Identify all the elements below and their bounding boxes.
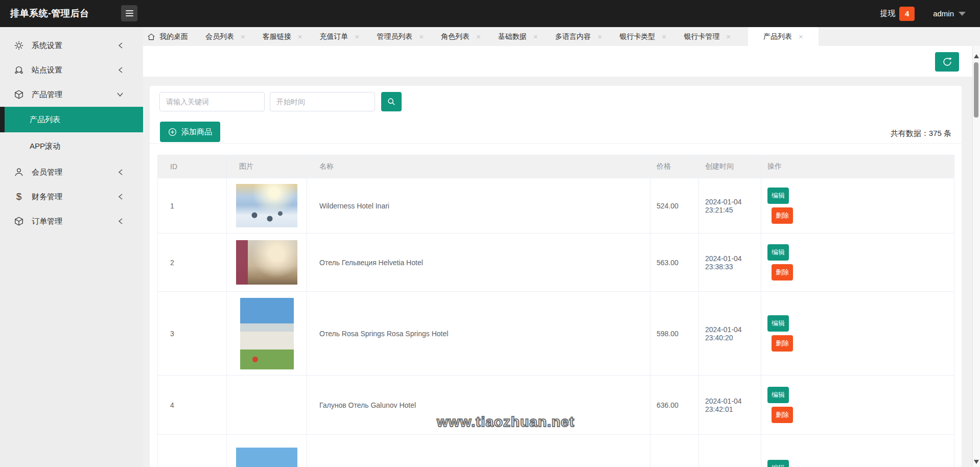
product-image	[236, 383, 297, 427]
tab-admin-list[interactable]: 管理员列表×	[377, 27, 424, 46]
table-row: 4 Галунов Отель Galunov Hotel 636.00 202…	[158, 376, 954, 435]
tab-label: 管理员列表	[377, 32, 412, 41]
hamburger-icon	[126, 10, 133, 11]
site-icon	[13, 64, 25, 76]
dollar-icon: $	[13, 191, 25, 202]
tab-bankcard-management[interactable]: 银行卡管理×	[684, 27, 731, 46]
delete-button[interactable]: 删除	[772, 207, 793, 224]
tab-base-data[interactable]: 基础数据×	[498, 27, 538, 46]
user-menu[interactable]: admin	[933, 9, 954, 18]
delete-button[interactable]: 删除	[772, 407, 793, 423]
table-header-row: ID 图片 名称 价格 创建时间 操作	[158, 155, 954, 178]
cell-price	[650, 435, 699, 467]
withdraw-link[interactable]: 提现	[880, 9, 895, 18]
sidebar-item-label: 产品管理	[32, 90, 62, 100]
start-time-input[interactable]	[270, 92, 375, 111]
tab-product-list-active[interactable]: 产品列表×	[748, 27, 819, 46]
scrollbar-thumb[interactable]	[974, 62, 978, 118]
cell-id: 4	[158, 376, 227, 435]
close-icon[interactable]: ×	[533, 33, 538, 40]
cell-price: 563.00	[650, 233, 699, 292]
app-title: 排单系统-管理后台	[10, 0, 89, 27]
tab-label: 产品列表	[763, 32, 792, 41]
column-header-name: 名称	[307, 155, 650, 178]
chevron-down-icon[interactable]	[959, 12, 966, 16]
plus-circle-icon	[168, 128, 177, 136]
sidebar-item-label: 站点设置	[32, 65, 62, 75]
close-icon[interactable]: ×	[298, 33, 302, 40]
search-button[interactable]	[381, 92, 402, 111]
close-icon[interactable]: ×	[598, 33, 602, 40]
cell-created: 2024-01-04 23:42:01	[699, 376, 761, 435]
sidebar-item-label: 系统设置	[32, 41, 62, 51]
tab-support-link[interactable]: 客服链接×	[263, 27, 302, 46]
column-header-actions: 操作	[761, 155, 954, 178]
sidebar-item-member-management[interactable]: 会员管理	[0, 160, 143, 184]
delete-button[interactable]: 删除	[772, 335, 793, 352]
vertical-scrollbar	[972, 46, 980, 467]
scroll-up-arrow-icon[interactable]	[974, 54, 979, 58]
close-icon[interactable]: ×	[355, 33, 360, 40]
close-icon[interactable]: ×	[799, 33, 803, 40]
edit-button[interactable]: 编辑	[767, 460, 789, 467]
sidebar-item-order-management[interactable]: 订单管理	[0, 209, 143, 233]
chevron-left-icon	[118, 42, 124, 49]
home-icon	[147, 33, 155, 41]
scroll-down-arrow-icon[interactable]	[974, 460, 979, 464]
table-row: 编辑删除	[158, 435, 954, 467]
total-count-text: 共有数据：375 条	[891, 129, 951, 138]
edit-button[interactable]: 编辑	[767, 315, 789, 332]
tab-bar: 我的桌面 会员列表× 客服链接× 充值订单× 管理员列表× 角色列表× 基础数据…	[143, 27, 980, 46]
keyword-search-input[interactable]	[159, 92, 265, 111]
chevron-left-icon	[118, 169, 124, 176]
column-header-image: 图片	[227, 155, 307, 178]
close-icon[interactable]: ×	[476, 33, 481, 40]
close-icon[interactable]: ×	[662, 33, 666, 40]
chevron-down-icon	[116, 91, 124, 98]
cell-name: Wilderness Hotel Inari	[307, 178, 650, 233]
cell-id: 3	[158, 292, 227, 376]
tab-multilanguage[interactable]: 多语言内容×	[555, 27, 602, 46]
edit-button[interactable]: 编辑	[767, 244, 789, 261]
chevron-left-icon	[118, 66, 124, 74]
sidebar: 系统设置 站点设置 产品管理 产品列表 APP滚动 会员管理	[0, 27, 143, 467]
sidebar-item-site-settings[interactable]: 站点设置	[0, 58, 143, 82]
cell-id: 1	[158, 178, 227, 233]
chevron-left-icon	[118, 218, 124, 225]
add-product-button[interactable]: 添加商品	[160, 122, 220, 142]
tab-label: 银行卡类型	[619, 32, 655, 41]
cube-icon	[13, 216, 25, 227]
sidebar-item-product-list[interactable]: 产品列表	[0, 107, 143, 132]
cell-created: 2024-01-04 23:38:33	[699, 233, 761, 292]
user-icon	[13, 167, 25, 178]
tab-my-desktop[interactable]: 我的桌面	[147, 27, 188, 46]
sidebar-item-app-scroll[interactable]: APP滚动	[0, 132, 143, 160]
sidebar-toggle-button[interactable]	[121, 5, 137, 21]
app-header: 排单系统-管理后台 提现 4 admin	[0, 0, 980, 27]
close-icon[interactable]: ×	[726, 33, 731, 40]
tab-recharge-orders[interactable]: 充值订单×	[320, 27, 360, 46]
sidebar-subitem-label: APP滚动	[30, 142, 60, 151]
close-icon[interactable]: ×	[241, 33, 245, 40]
refresh-button[interactable]	[935, 52, 959, 72]
cell-id: 2	[158, 233, 227, 292]
close-icon[interactable]: ×	[419, 33, 424, 40]
sidebar-item-product-management[interactable]: 产品管理	[0, 82, 143, 107]
tab-role-list[interactable]: 角色列表×	[441, 27, 481, 46]
cell-name: Отель Rosa Springs Rosa Springs Hotel	[307, 292, 650, 376]
edit-button[interactable]: 编辑	[767, 188, 789, 204]
toolbar-strip	[143, 46, 972, 77]
tab-bankcard-type[interactable]: 银行卡类型×	[619, 27, 666, 46]
sidebar-item-finance-management[interactable]: $ 财务管理	[0, 184, 143, 209]
cell-created: 2024-01-04 23:40:20	[699, 292, 761, 376]
delete-button[interactable]: 删除	[772, 264, 793, 281]
cell-price: 524.00	[650, 178, 699, 233]
sidebar-item-label: 财务管理	[32, 192, 62, 202]
product-image	[236, 184, 297, 227]
table-row: 3 Отель Rosa Springs Rosa Springs Hotel …	[158, 292, 954, 376]
column-header-price: 价格	[650, 155, 699, 178]
sidebar-item-system-settings[interactable]: 系统设置	[0, 33, 143, 58]
cube-icon	[13, 89, 25, 100]
tab-member-list[interactable]: 会员列表×	[205, 27, 245, 46]
edit-button[interactable]: 编辑	[767, 387, 789, 403]
